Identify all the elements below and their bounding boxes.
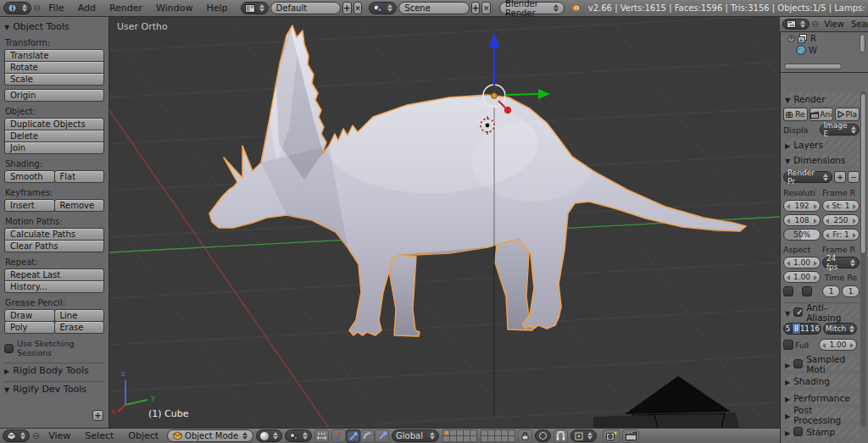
frame-rate-dropdown[interactable]: 24 fps bbox=[822, 257, 860, 269]
screen-layout-field[interactable]: Default bbox=[270, 2, 341, 14]
outliner-vscrollbar[interactable] bbox=[860, 34, 865, 53]
outliner-item-renderlayers[interactable]: R bbox=[781, 32, 868, 44]
section-dimensions[interactable]: Dimensions bbox=[783, 153, 860, 166]
time-remap-new-field[interactable]: 1 bbox=[842, 285, 860, 297]
section-layers[interactable]: Layers bbox=[783, 138, 860, 151]
properties-scrollbar[interactable] bbox=[860, 91, 866, 427]
collapse-menus-icon[interactable] bbox=[32, 430, 40, 441]
stamp-checkbox[interactable] bbox=[793, 427, 803, 436]
menu-select[interactable]: Select bbox=[79, 430, 120, 441]
scene-field[interactable]: Scene bbox=[398, 2, 469, 14]
translate-button[interactable]: Translate bbox=[4, 49, 104, 62]
flat-button[interactable]: Flat bbox=[54, 170, 105, 183]
outliner-editor-type-dropdown[interactable] bbox=[782, 19, 810, 30]
panel-rigify-dev-tools[interactable]: Rigify Dev Tools bbox=[4, 381, 104, 395]
collapse-menus-icon[interactable] bbox=[33, 3, 41, 14]
resolution-percentage-slider[interactable]: 50% bbox=[783, 229, 821, 241]
render-presets-dropdown[interactable]: Render Pr bbox=[783, 171, 832, 183]
full-sample-checkbox[interactable] bbox=[783, 340, 793, 350]
repeat-last-button[interactable]: Repeat Last bbox=[4, 269, 104, 281]
aa-samples-segment[interactable]: 5 8 11 16 bbox=[783, 323, 821, 335]
use-sketching-sessions-row[interactable]: Use Sketching Sessions bbox=[4, 339, 104, 357]
border-checkbox[interactable] bbox=[783, 286, 793, 296]
resolution-x-field[interactable]: 192 bbox=[783, 200, 821, 212]
time-remap-old-field[interactable]: 1 bbox=[822, 285, 840, 297]
scale-button[interactable]: Scale bbox=[4, 73, 104, 86]
add-layout-button[interactable] bbox=[342, 2, 352, 14]
transform-orientation-dropdown[interactable]: Global bbox=[392, 429, 439, 442]
panel-rigid-body-tools[interactable]: Rigid Body Tools bbox=[4, 363, 104, 376]
crop-checkbox[interactable] bbox=[802, 286, 812, 296]
outliner-view-menu[interactable]: View bbox=[821, 19, 848, 29]
insert-keyframe-button[interactable]: Insert bbox=[4, 199, 55, 212]
viewport-editor-type-dropdown[interactable] bbox=[3, 429, 30, 442]
info-editor-type-dropdown[interactable] bbox=[3, 2, 31, 14]
menu-object[interactable]: Object bbox=[122, 430, 164, 441]
rotate-button[interactable]: Rotate bbox=[4, 61, 104, 74]
add-panel-button[interactable] bbox=[92, 410, 103, 421]
gp-poly-button[interactable]: Poly bbox=[4, 321, 55, 334]
panel-object-tools[interactable]: Object Tools bbox=[4, 19, 104, 33]
render-still-button[interactable]: Re bbox=[783, 108, 808, 121]
aa-samples-16[interactable]: 16 bbox=[809, 323, 821, 335]
manipulator-toggle-button[interactable] bbox=[331, 429, 346, 443]
pivot-point-dropdown[interactable] bbox=[285, 429, 312, 442]
collapse-menus-icon[interactable] bbox=[811, 19, 819, 30]
menu-view[interactable]: View bbox=[42, 430, 76, 441]
section-post-processing[interactable]: Post Processing bbox=[783, 408, 860, 421]
delete-button[interactable]: Delete bbox=[4, 130, 104, 142]
join-button[interactable]: Join bbox=[4, 141, 104, 154]
aa-filter-dropdown[interactable]: Mitch bbox=[823, 323, 857, 335]
calculate-paths-button[interactable]: Calculate Paths bbox=[4, 228, 104, 241]
proportional-editing-dropdown[interactable] bbox=[535, 429, 551, 442]
anti-aliasing-checkbox[interactable] bbox=[793, 307, 803, 317]
mode-dropdown[interactable]: Object Mode bbox=[167, 429, 253, 442]
menu-window[interactable]: Window bbox=[150, 3, 198, 14]
menu-add[interactable]: Add bbox=[72, 3, 102, 14]
display-mode-dropdown[interactable]: Image E bbox=[820, 124, 860, 136]
outliner-search-menu[interactable]: Search bbox=[849, 19, 868, 29]
rotate-manipulator-button[interactable] bbox=[360, 429, 375, 443]
gp-erase-button[interactable]: Erase bbox=[54, 321, 105, 334]
history-button[interactable]: History... bbox=[4, 280, 104, 293]
gp-line-button[interactable]: Line bbox=[54, 309, 105, 322]
clear-paths-button[interactable]: Clear Paths bbox=[4, 240, 104, 252]
viewport-shading-dropdown[interactable] bbox=[256, 429, 282, 442]
layers-grid-left[interactable] bbox=[443, 430, 477, 442]
outliner-item-world[interactable]: W bbox=[781, 44, 868, 56]
menu-render[interactable]: Render bbox=[103, 3, 148, 14]
play-animation-button[interactable]: Pla bbox=[835, 108, 860, 121]
section-stamp[interactable]: Stamp bbox=[783, 425, 860, 438]
remove-preset-button[interactable]: − bbox=[848, 171, 860, 183]
scene-icon-dropdown[interactable] bbox=[369, 2, 397, 14]
render-opengl-still-button[interactable] bbox=[603, 429, 620, 443]
manipulate-center-points-button[interactable] bbox=[314, 429, 329, 443]
delete-layout-button[interactable] bbox=[353, 2, 363, 14]
lock-to-scene-button[interactable] bbox=[518, 429, 532, 443]
resolution-y-field[interactable]: 108 bbox=[783, 214, 821, 226]
frame-step-field[interactable]: Fr: 1 bbox=[822, 229, 860, 241]
add-scene-button[interactable] bbox=[471, 2, 481, 14]
render-engine-dropdown[interactable]: Blender Render bbox=[499, 2, 565, 14]
section-performance[interactable]: Performance bbox=[783, 391, 860, 404]
duplicate-objects-button[interactable]: Duplicate Objects bbox=[4, 118, 104, 130]
section-anti-aliasing[interactable]: Anti-Aliasing bbox=[783, 306, 860, 318]
snap-element-dropdown[interactable] bbox=[570, 429, 597, 442]
menu-file[interactable]: File bbox=[42, 3, 70, 14]
add-preset-button[interactable] bbox=[834, 171, 846, 183]
menu-help[interactable]: Help bbox=[200, 3, 233, 14]
section-render[interactable]: Render bbox=[783, 92, 860, 105]
scale-manipulator-button[interactable] bbox=[375, 429, 389, 443]
sampled-motion-checkbox[interactable] bbox=[793, 359, 803, 368]
frame-end-field[interactable]: 250 bbox=[822, 214, 860, 226]
section-sampled-motion-blur[interactable]: Sampled Moti bbox=[783, 357, 860, 370]
layers-grid-right[interactable] bbox=[481, 430, 515, 442]
expand-icon[interactable] bbox=[787, 35, 795, 42]
render-opengl-anim-button[interactable] bbox=[622, 429, 639, 443]
aspect-y-field[interactable]: 1.00 bbox=[783, 271, 821, 283]
translate-manipulator-button[interactable] bbox=[346, 429, 360, 443]
aspect-x-field[interactable]: 1.00 bbox=[783, 257, 821, 269]
outliner-hscrollbar[interactable] bbox=[784, 64, 842, 69]
delete-scene-button[interactable] bbox=[481, 2, 491, 14]
filter-size-field[interactable]: 1.00 bbox=[819, 339, 857, 351]
